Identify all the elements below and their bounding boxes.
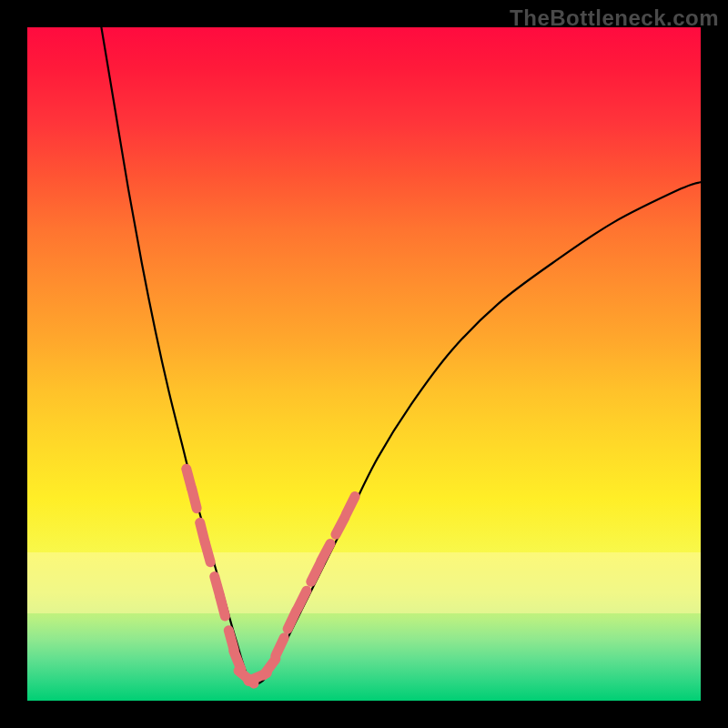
curve-marker (288, 611, 296, 629)
curve-marker (346, 497, 355, 515)
curve-layer (27, 27, 701, 701)
curve-marker (276, 638, 284, 656)
curve-marker (192, 489, 197, 508)
curve-marker (205, 543, 210, 562)
curve-marker (264, 659, 276, 675)
plot-area (27, 27, 701, 701)
curve-marker (336, 517, 345, 534)
marker-group (187, 469, 355, 683)
curve-marker (311, 564, 320, 582)
chart-stage: TheBottleneck.com (0, 0, 728, 728)
bottleneck-curve (101, 27, 701, 684)
watermark-text: TheBottleneck.com (510, 5, 719, 31)
curve-marker (220, 597, 226, 616)
curve-marker (321, 543, 330, 561)
curve-marker (298, 591, 307, 609)
